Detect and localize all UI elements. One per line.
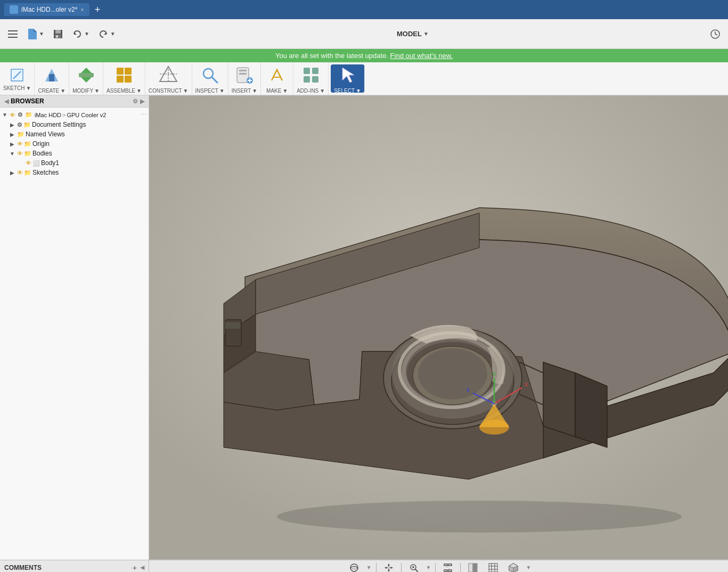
addins-label[interactable]: ADD-INS ▼ (297, 88, 325, 94)
assemble-label[interactable]: ASSEMBLE ▼ (107, 88, 142, 94)
tab-icon (10, 5, 18, 14)
select-main-button[interactable] (335, 63, 361, 87)
ribbon-group-modify: MODIFY ▼ (69, 62, 103, 95)
menu-button[interactable] (4, 27, 21, 42)
model-workspace-button[interactable]: MODEL ▼ (394, 28, 432, 40)
create-icon (42, 66, 61, 85)
eye-icon-sketches[interactable]: 👁 (17, 169, 23, 176)
eye-icon-body1[interactable]: 👁 (26, 160, 31, 166)
svg-rect-5 (55, 30, 61, 34)
pan-button[interactable] (381, 562, 397, 573)
ribbon-group-construct: CONSTRUCT ▼ (145, 62, 192, 95)
tree-item-body1[interactable]: 👁 ⬜ Body1 (0, 158, 149, 168)
ribbon-group-make: MAKE ▼ (261, 62, 293, 95)
svg-rect-70 (444, 564, 447, 566)
svg-text:y: y (493, 370, 496, 377)
inspect-label[interactable]: INSPECT ▼ (195, 88, 225, 94)
construct-label[interactable]: CONSTRUCT ▼ (149, 88, 189, 94)
clock-button[interactable] (707, 27, 724, 42)
add-comment-button[interactable]: + (133, 563, 137, 572)
document-tab[interactable]: iMac HDD...oler v2* × (4, 3, 89, 16)
tree-root-item[interactable]: ▼ 👁 ⚙ 📁 iMac HDD > GPU Cooler v2 ⋯ (0, 110, 149, 120)
folder-icon-bodies: 📁 (24, 150, 31, 157)
undo-icon (72, 29, 83, 39)
addins-main-button[interactable] (298, 63, 324, 87)
modify-main-button[interactable] (73, 63, 99, 87)
tree-root-options[interactable]: ⋯ (141, 111, 146, 118)
svg-rect-19 (117, 68, 124, 75)
tree-item-sketches[interactable]: ▶ 👁 📁 Sketches (0, 168, 149, 177)
display-mode-button[interactable] (465, 562, 481, 573)
modify-label[interactable]: MODIFY ▼ (72, 88, 100, 94)
notification-message: You are all set with the latest update. (275, 52, 388, 60)
svg-marker-3 (34, 29, 37, 32)
insert-dropdown-arrow: ▼ (252, 88, 257, 94)
svg-marker-65 (391, 567, 393, 569)
sketch-label[interactable]: SKETCH ▼ (3, 85, 31, 91)
tree-item-document-settings[interactable]: ▶ ⚙ 📁 Document Settings (0, 120, 149, 129)
construct-dropdown-arrow: ▼ (183, 88, 189, 94)
insert-icon (235, 66, 254, 85)
svg-rect-35 (312, 68, 318, 74)
notification-link[interactable]: Find out what's new. (390, 52, 453, 60)
construct-main-button[interactable] (156, 63, 181, 87)
tree-item-origin[interactable]: ▶ 👁 📁 Origin (0, 139, 149, 149)
orbit-button[interactable] (346, 562, 362, 573)
browser-settings-icon[interactable]: ⚙ (133, 98, 138, 105)
insert-main-button[interactable] (232, 63, 257, 87)
assemble-main-button[interactable] (111, 63, 137, 87)
svg-marker-62 (388, 563, 390, 566)
browser-header-controls: ⚙ ▶ (133, 98, 144, 105)
tree-arrow-named-views: ▶ (9, 130, 16, 138)
make-label[interactable]: MAKE ▼ (266, 88, 288, 94)
browser-collapse-button[interactable]: ◀ (4, 98, 9, 105)
redo-button[interactable]: ▼ (95, 27, 119, 42)
viewport[interactable]: x y z (149, 95, 728, 560)
separator-3 (435, 563, 436, 573)
tree-label-bodies: Bodies (32, 150, 52, 157)
svg-rect-0 (8, 30, 18, 31)
create-main-button[interactable] (39, 63, 64, 87)
viewport-controls: ▼ ▼ ▼ (149, 562, 728, 573)
insert-label[interactable]: INSERT ▼ (232, 88, 257, 94)
breadcrumb-gpu-cooler: GPU Cooler v2 (67, 112, 106, 118)
zoom-fit-button[interactable] (440, 562, 456, 573)
modify-icon (77, 66, 96, 85)
svg-marker-38 (342, 68, 354, 83)
eye-icon-bodies[interactable]: 👁 (17, 150, 23, 157)
ribbon: SKETCH ▼ CREATE ▼ MODIFY ▼ (0, 62, 728, 95)
view-cube-button[interactable] (505, 562, 521, 573)
browser-expand-icon[interactable]: ▶ (140, 98, 144, 105)
select-label[interactable]: SELECT ▼ (334, 88, 361, 94)
tab-close-button[interactable]: × (80, 6, 84, 13)
orbit-arrow: ▼ (366, 565, 372, 570)
settings-icon-doc: ⚙ (17, 121, 22, 128)
create-dropdown-arrow: ▼ (60, 88, 66, 94)
select-icon (338, 66, 357, 85)
grid-button[interactable] (485, 562, 501, 573)
eye-icon-origin[interactable]: 👁 (17, 141, 23, 147)
sketch-main-button[interactable] (7, 66, 27, 84)
main-toolbar: ▼ ▼ ▼ MODEL ▼ (0, 19, 728, 49)
tree-item-bodies[interactable]: ▼ 👁 📁 Bodies (0, 149, 149, 158)
ribbon-group-sketch: SKETCH ▼ (0, 62, 35, 95)
zoom-button[interactable] (406, 562, 422, 573)
tab-label: iMac HDD...oler v2* (21, 6, 77, 13)
tree-visibility-eye-root[interactable]: 👁 (10, 112, 15, 118)
create-label[interactable]: CREATE ▼ (38, 88, 66, 94)
save-button[interactable] (50, 27, 67, 42)
browser-panel: ◀ BROWSER ⚙ ▶ ▼ 👁 ⚙ 📁 iMac HDD > GPU Coo… (0, 95, 149, 560)
svg-marker-64 (385, 567, 387, 569)
tree-root-settings-icon[interactable]: ⚙ (18, 111, 23, 118)
undo-button[interactable]: ▼ (69, 27, 93, 42)
inspect-main-button[interactable] (197, 63, 223, 87)
tree-item-named-views[interactable]: ▶ 📁 Named Views (0, 129, 149, 139)
file-button[interactable]: ▼ (23, 27, 47, 42)
make-main-button[interactable] (264, 63, 290, 87)
file-dropdown-arrow: ▼ (39, 31, 44, 37)
panel-toggle-button[interactable]: ◀ (140, 564, 144, 571)
tree-label-body1: Body1 (41, 159, 59, 167)
new-tab-button[interactable]: + (93, 4, 103, 15)
svg-rect-20 (125, 68, 132, 75)
sketch-icon (10, 68, 24, 83)
